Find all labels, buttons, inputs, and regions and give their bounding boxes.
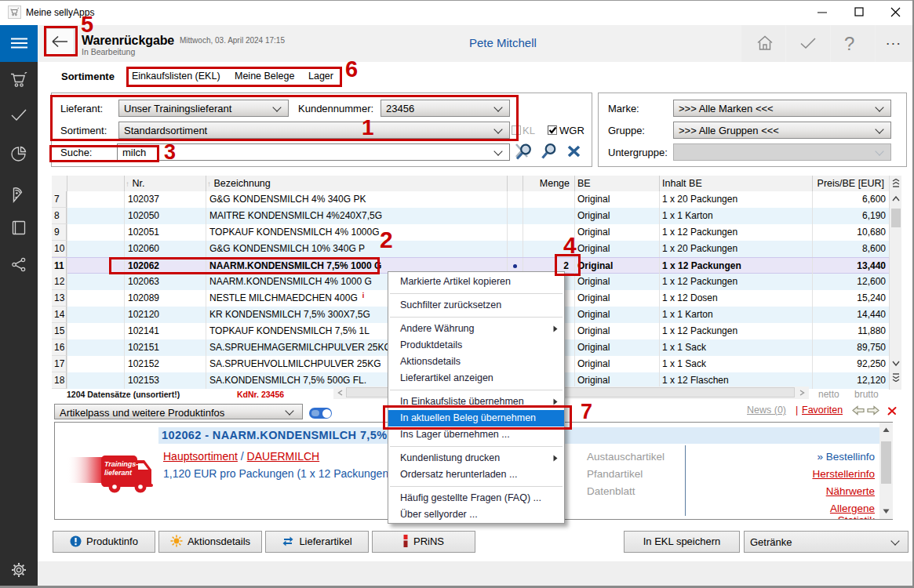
- svg-text:Trainings-: Trainings-: [104, 460, 138, 468]
- svg-text:lieferant: lieferant: [104, 469, 133, 477]
